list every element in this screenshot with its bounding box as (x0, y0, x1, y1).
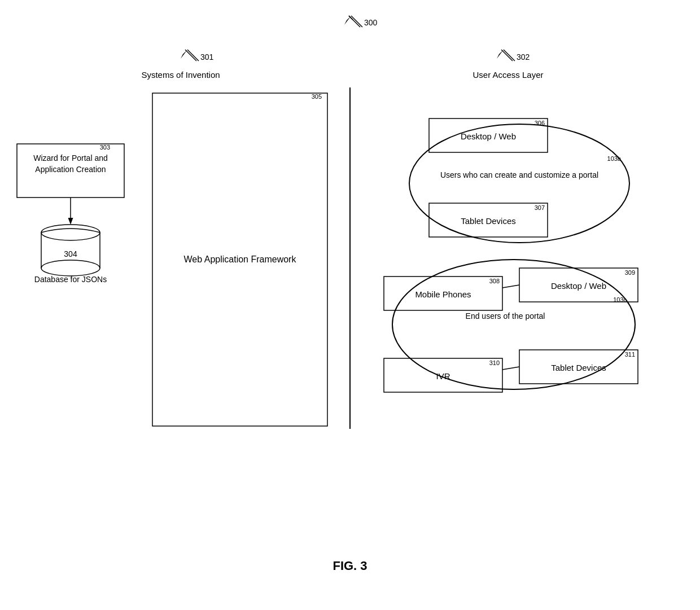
label-305: Web Application Framework (184, 254, 297, 264)
label-303-line2: Application Creation (35, 165, 106, 174)
label-user-access: User Access Layer (473, 70, 543, 80)
ref-301-label: 301 (200, 52, 214, 62)
ref-310-label: 310 (489, 359, 500, 366)
diagram-svg: 300 301 302 Systems of Invention User Ac… (0, 0, 700, 610)
svg-line-1 (351, 16, 362, 27)
label-306: Desktop / Web (461, 131, 516, 141)
cylinder-bottom (41, 260, 100, 276)
label-304: Database for JSONs (34, 275, 107, 284)
label-309: Desktop / Web (551, 281, 606, 291)
ref-304-label: 304 (64, 249, 77, 258)
label-303-line1: Wizard for Portal and (33, 153, 108, 163)
cylinder-top (41, 225, 100, 240)
ref-300: 300 (344, 16, 378, 27)
ref-103c-label: 103c (613, 296, 627, 303)
ref-303-label: 303 (100, 144, 110, 151)
svg-line-7 (501, 50, 513, 61)
svg-line-4 (185, 50, 196, 61)
ref-311-label: 311 (625, 351, 635, 358)
ref-302: 302 (497, 50, 530, 62)
ref-307-label: 307 (535, 204, 545, 211)
label-103c: End users of the portal (466, 311, 545, 321)
diagram-container: 300 301 302 Systems of Invention User Ac… (0, 0, 700, 610)
ref-300-label: 300 (364, 18, 378, 27)
svg-line-5 (187, 50, 199, 61)
oval-103b (409, 124, 629, 243)
ref-309-label: 309 (625, 269, 635, 276)
fig-label: FIG. 3 (333, 559, 367, 573)
line-308-309 (502, 285, 519, 288)
ref-302-label: 302 (517, 52, 530, 62)
ref-305-label: 305 (312, 93, 322, 100)
ref-103b-label: 103b (607, 155, 621, 162)
label-systems: Systems of Invention (141, 70, 220, 80)
cylinder-top-arc (41, 229, 100, 232)
svg-line-8 (504, 50, 515, 61)
label-308: Mobile Phones (415, 289, 471, 299)
line-310-311 (502, 367, 519, 370)
label-103b: Users who can create and customize a por… (440, 170, 598, 179)
label-307: Tablet Devices (461, 216, 516, 226)
ref-308-label: 308 (489, 278, 500, 284)
ref-301: 301 (181, 50, 214, 62)
